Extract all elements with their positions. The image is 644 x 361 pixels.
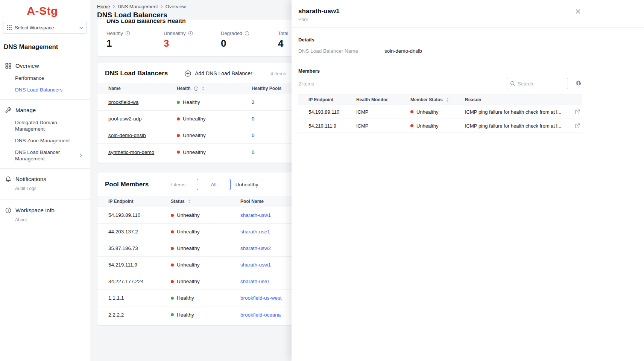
wrench-icon — [5, 107, 11, 113]
table-body: 54.193.89.110 ICMP Unhealthy ICMP ping f… — [298, 105, 582, 135]
divider — [0, 200, 90, 200]
divider — [0, 168, 90, 169]
column-header-status[interactable]: Status — [171, 199, 240, 204]
pool-name-link[interactable]: sharath-use1 — [240, 229, 270, 235]
chevron-right-icon — [161, 5, 163, 8]
info-icon[interactable] — [194, 86, 199, 91]
sidebar-item-label: DNS Load Balancer Management — [15, 149, 60, 161]
workspace-selector-label: Select Workspace — [15, 25, 54, 30]
column-header-member-status[interactable]: Member Status — [410, 97, 465, 102]
sidebar-section-manage[interactable]: Manage — [0, 104, 90, 117]
status-cell: Unhealthy — [171, 279, 240, 284]
workspace-grid-icon — [7, 25, 12, 30]
status-label: Unhealthy — [416, 123, 439, 129]
pool-name-link[interactable]: brookfield-us-west — [240, 295, 282, 301]
sort-icon[interactable] — [446, 97, 449, 102]
member-status-cell: Unhealthy — [410, 123, 465, 129]
members-heading: Members — [298, 68, 582, 74]
column-header-health[interactable]: Health — [177, 86, 252, 91]
sort-icon[interactable] — [188, 199, 191, 204]
sidebar-section-overview[interactable]: Overview — [0, 59, 90, 72]
ip-endpoint-cell: 35.87.186.73 — [97, 245, 171, 251]
sidebar-item-delegated-domain-management[interactable]: Delegated Domain Management — [0, 117, 90, 135]
pool-name-link[interactable]: sharath-usw1 — [240, 262, 271, 268]
load-balancer-name-link[interactable]: pool-usw2-udp — [108, 116, 142, 122]
info-icon[interactable] — [245, 31, 249, 36]
gear-icon[interactable] — [574, 79, 582, 88]
tab-all[interactable]: All — [197, 179, 231, 190]
pool-name-link[interactable]: brookfield-oceana — [240, 312, 281, 318]
info-icon[interactable] — [125, 31, 130, 36]
status-cell: Healthy — [171, 295, 240, 301]
status-dot — [171, 313, 174, 316]
detail-row: DNS Load Balancer Name soln-demo-dnslb — [298, 48, 582, 54]
status-label: Unhealthy — [177, 245, 200, 251]
name-cell: soln-demo-dnslb — [97, 133, 177, 138]
sidebar-item-dns-load-balancer-management[interactable]: DNS Load Balancer Management — [0, 146, 90, 165]
health-status-label: Unhealthy — [183, 116, 206, 122]
sidebar-item-about[interactable]: About — [0, 217, 90, 227]
breadcrumb-home[interactable]: Home — [97, 4, 110, 9]
brand-logo: A-Stg — [0, 0, 90, 20]
status-cell: Unhealthy — [171, 229, 240, 235]
stat-label: Unhealthy — [164, 30, 186, 36]
member-row[interactable]: 54.193.89.110 ICMP Unhealthy ICMP ping f… — [298, 105, 582, 119]
status-label: Unhealthy — [416, 109, 439, 115]
column-header-ip-endpoint: IP Endpoint — [298, 97, 356, 102]
status-label: Unhealthy — [177, 262, 200, 268]
status-cell: Unhealthy — [171, 212, 240, 218]
info-icon[interactable] — [188, 31, 193, 36]
ip-endpoint-cell: 54.193.89.110 — [97, 212, 171, 218]
sidebar-item-dns-zone-management[interactable]: DNS Zone Management — [0, 135, 90, 146]
sidebar-item-performance[interactable]: Performance — [0, 72, 90, 84]
column-header-name: Name — [97, 86, 177, 91]
bell-icon — [5, 176, 11, 182]
tab-unhealthy[interactable]: Unhealthy — [230, 179, 263, 190]
pool-name-link[interactable]: sharath-use1 — [240, 279, 270, 284]
sidebar-section-workspace-info[interactable]: Workspace Info — [0, 204, 90, 217]
pool-name-link[interactable]: sharath-usw1 — [240, 212, 271, 218]
sidebar-item-dns-load-balancers[interactable]: DNS Load Balancers — [0, 84, 90, 96]
ip-endpoint-cell: 2.2.2.2 — [97, 312, 171, 318]
status-cell: Unhealthy — [171, 262, 240, 268]
health-monitor-cell: ICMP — [356, 123, 410, 129]
health-cell: Unhealthy — [177, 149, 252, 155]
status-cell: Healthy — [171, 312, 240, 318]
breadcrumb-overview: Overview — [166, 4, 186, 9]
drawer-title: sharath-usw1 — [298, 8, 582, 15]
search-box — [507, 78, 568, 89]
load-balancer-name-link[interactable]: synthetic-mon-demo — [108, 149, 154, 155]
overview-grid-icon — [5, 63, 11, 69]
name-cell: synthetic-mon-demo — [97, 149, 177, 155]
workspace-selector[interactable]: Select Workspace — [3, 22, 87, 34]
divider — [0, 231, 90, 231]
external-link-icon[interactable] — [575, 123, 580, 128]
external-link-cell — [570, 109, 582, 114]
status-label: Unhealthy — [177, 229, 200, 235]
sidebar-nav: Overview Performance DNS Load Balancers … — [0, 59, 90, 231]
ip-endpoint-cell: 44.203.137.2 — [97, 229, 171, 235]
member-row[interactable]: 54.219.111.9 ICMP Unhealthy ICMP ping fa… — [298, 119, 582, 133]
status-label: Unhealthy — [177, 212, 200, 218]
external-link-icon[interactable] — [575, 109, 580, 114]
load-balancer-name-link[interactable]: brookfield-wa — [108, 99, 138, 105]
search-input[interactable] — [518, 81, 565, 87]
card-title: DNS Load Balancers — [105, 70, 168, 77]
items-count: 7 items — [170, 182, 185, 187]
sidebar-section-notifications[interactable]: Notifications — [0, 172, 90, 186]
name-cell: pool-usw2-udp — [97, 116, 177, 122]
status-dot — [171, 280, 174, 283]
stat-label: Healthy — [106, 30, 123, 36]
sort-icon[interactable] — [202, 86, 205, 91]
section-label-workspace-info: Workspace Info — [15, 207, 55, 213]
pool-name-link[interactable]: sharath-usw2 — [240, 245, 271, 251]
stat-unhealthy: Unhealthy 3 — [164, 30, 221, 49]
breadcrumb-dns-management[interactable]: DNS Management — [118, 4, 158, 9]
close-icon[interactable] — [575, 8, 581, 16]
load-balancer-name-link[interactable]: soln-demo-dnslb — [108, 133, 146, 138]
table-header: IP Endpoint Health Monitor Member Status… — [298, 94, 582, 105]
add-dns-load-balancer-button[interactable]: Add DNS Load Balancer — [184, 70, 252, 77]
status-dot — [410, 110, 413, 113]
sidebar-item-audit-logs[interactable]: Audit Logs — [0, 186, 90, 196]
add-button-label: Add DNS Load Balancer — [195, 70, 252, 76]
